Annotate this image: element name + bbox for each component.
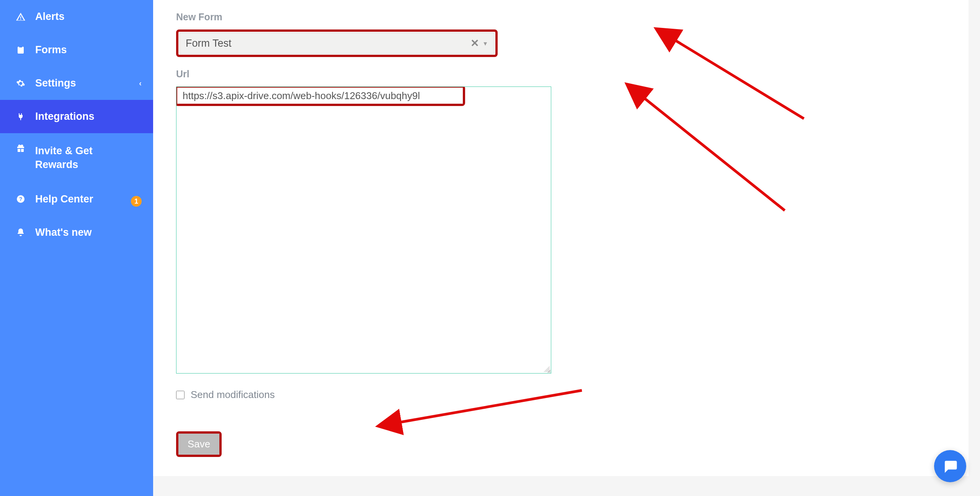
sidebar-item-whatsnew[interactable]: What's new <box>0 216 153 249</box>
whats-new-badge: 1 <box>131 196 142 207</box>
main-content: New Form Form Test ✕ ▼ Url Send modifica… <box>153 0 980 496</box>
highlight-new-form: Form Test ✕ ▼ <box>176 29 498 57</box>
sidebar-item-label: What's new <box>35 227 91 238</box>
svg-text:?: ? <box>19 196 23 202</box>
svg-rect-1 <box>19 46 22 47</box>
plug-icon <box>15 112 26 121</box>
clear-icon[interactable]: ✕ <box>470 37 479 49</box>
question-icon: ? <box>15 194 26 204</box>
new-form-select[interactable]: Form Test ✕ ▼ <box>179 33 495 54</box>
send-modifications-checkbox[interactable] <box>176 391 185 399</box>
sidebar: Alerts Forms Settings ‹ Integrations I <box>0 0 153 496</box>
chat-icon <box>942 458 958 474</box>
sidebar-item-alerts[interactable]: Alerts <box>0 0 153 33</box>
sidebar-item-forms[interactable]: Forms <box>0 33 153 67</box>
new-form-label: New Form <box>176 0 946 29</box>
clipboard-icon <box>15 46 26 55</box>
url-input[interactable] <box>177 88 463 104</box>
sidebar-item-label: Integrations <box>35 111 95 122</box>
chevron-down-icon[interactable]: ▼ <box>482 40 488 47</box>
gear-icon <box>15 79 26 88</box>
send-modifications-label[interactable]: Send modifications <box>191 389 275 401</box>
chevron-left-icon: ‹ <box>139 79 142 88</box>
chat-fab[interactable] <box>934 450 966 482</box>
sidebar-item-label: Forms <box>35 44 67 56</box>
sidebar-item-label: Alerts <box>35 11 65 23</box>
sidebar-item-integrations[interactable]: Integrations <box>0 100 153 133</box>
bell-icon <box>15 228 26 237</box>
svg-rect-0 <box>18 47 24 54</box>
integration-panel: New Form Form Test ✕ ▼ Url Send modifica… <box>153 0 969 476</box>
highlight-save: Save <box>176 431 222 457</box>
sidebar-item-label: Settings <box>35 77 76 89</box>
url-textarea[interactable] <box>176 86 551 374</box>
sidebar-item-label: Help Center <box>35 193 93 205</box>
highlight-url <box>176 86 465 106</box>
save-button[interactable]: Save <box>178 434 219 455</box>
url-label: Url <box>176 57 946 86</box>
alert-triangle-icon <box>15 12 26 22</box>
sidebar-item-label: Invite & Get Rewards <box>35 144 138 172</box>
sidebar-item-settings[interactable]: Settings ‹ <box>0 67 153 100</box>
sidebar-item-invite[interactable]: Invite & Get Rewards <box>0 133 153 183</box>
sidebar-item-help[interactable]: ? Help Center <box>0 183 153 216</box>
new-form-select-value: Form Test <box>186 38 470 49</box>
gift-icon <box>15 144 26 153</box>
svg-line-6 <box>641 96 785 210</box>
